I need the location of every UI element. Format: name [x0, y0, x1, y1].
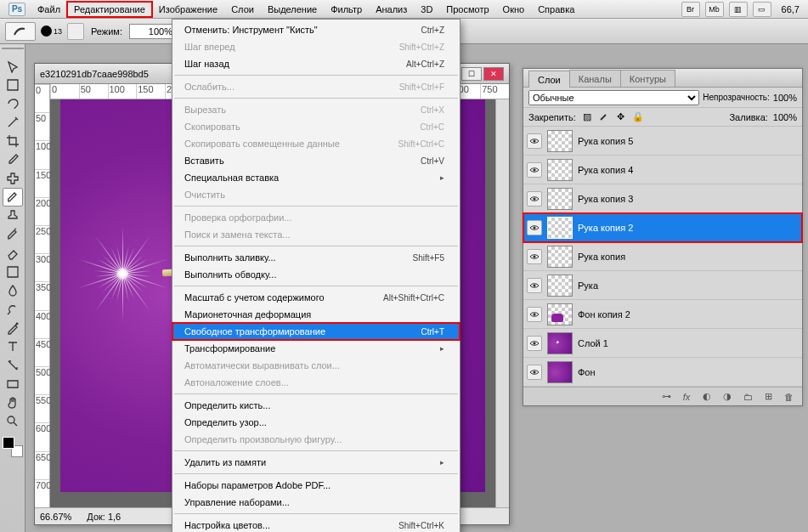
layer-thumbnail[interactable]	[547, 303, 573, 325]
layer-name[interactable]: Слой 1	[578, 338, 799, 348]
fill-value[interactable]: 100%	[773, 112, 797, 122]
menuitem-трансформирование[interactable]: Трансформирование	[172, 340, 460, 357]
fx-icon[interactable]: fx	[680, 391, 693, 403]
visibility-icon[interactable]	[527, 336, 542, 351]
foreground-swatch[interactable]	[3, 437, 14, 449]
menu-изображение[interactable]: Изображение	[152, 2, 224, 17]
lock-transparency-icon[interactable]: ▨	[581, 111, 593, 123]
layer-opacity-value[interactable]: 100%	[773, 93, 797, 103]
layer-name[interactable]: Рука копия 3	[578, 194, 799, 204]
layer-thumbnail[interactable]	[547, 332, 573, 354]
lock-position-icon[interactable]: ✥	[615, 111, 627, 123]
menu-справка[interactable]: Справка	[531, 2, 581, 17]
toolbox-handle[interactable]	[2, 48, 24, 54]
filmstrip-icon[interactable]: ▥	[729, 2, 748, 17]
menu-редактирование[interactable]: Редактирование	[67, 2, 152, 17]
layer-name[interactable]: Рука копия 5	[578, 136, 799, 146]
hand-tool[interactable]	[3, 393, 23, 412]
minibridge-icon[interactable]: Mb	[705, 2, 724, 17]
gradient-tool[interactable]	[3, 263, 23, 281]
menuitem-удалить-из-памяти[interactable]: Удалить из памяти	[172, 454, 460, 471]
marquee-tool[interactable]	[3, 76, 23, 94]
tool-preset-picker[interactable]	[5, 22, 36, 41]
panel-tab-слои[interactable]: Слои	[528, 71, 570, 88]
layer-row[interactable]: Слой 1	[523, 329, 802, 358]
menuitem-выполнить-обводку-[interactable]: Выполнить обводку...	[172, 266, 460, 283]
menu-слои[interactable]: Слои	[224, 2, 261, 17]
blur-tool[interactable]	[3, 281, 23, 300]
menu-выделение[interactable]: Выделение	[261, 2, 324, 17]
visibility-icon[interactable]	[527, 307, 542, 322]
layer-thumbnail[interactable]	[547, 217, 573, 239]
layer-thumbnail[interactable]	[547, 188, 573, 210]
panel-tab-контуры[interactable]: Контуры	[620, 70, 675, 87]
menuitem-вставить[interactable]: ВставитьCtrl+V	[172, 152, 460, 169]
menuitem-свободное-трансформирование[interactable]: Свободное трансформированиеCtrl+T	[172, 323, 460, 340]
menuitem-определить-узор-[interactable]: Определить узор...	[172, 414, 460, 431]
menuitem-управление-наборами-[interactable]: Управление наборами...	[172, 494, 460, 511]
brush-preview[interactable]: 13	[41, 25, 62, 37]
menu-3d[interactable]: 3D	[414, 2, 439, 17]
layer-row[interactable]: Рука копия 3	[523, 184, 802, 213]
rect-tool[interactable]	[3, 375, 23, 393]
history-tool[interactable]	[3, 225, 23, 244]
menu-окно[interactable]: Окно	[496, 2, 532, 17]
visibility-icon[interactable]	[527, 133, 542, 149]
trash-icon[interactable]: 🗑	[782, 391, 795, 403]
menuitem-выполнить-заливку-[interactable]: Выполнить заливку...Shift+F5	[172, 249, 460, 266]
menuitem-специальная-вставка[interactable]: Специальная вставка	[172, 169, 460, 186]
color-swatches[interactable]	[3, 437, 23, 457]
crop-tool[interactable]	[3, 132, 23, 150]
new-layer-icon[interactable]: ⊞	[761, 391, 775, 403]
stamp-tool[interactable]	[3, 207, 23, 225]
menuitem-шаг-назад[interactable]: Шаг назадAlt+Ctrl+Z	[172, 55, 460, 72]
brush-panel-icon[interactable]	[67, 23, 84, 40]
zoom-status[interactable]: 66.67%	[40, 512, 71, 522]
type-tool[interactable]	[3, 337, 23, 356]
menu-файл[interactable]: Файл	[31, 2, 67, 17]
pen-tool[interactable]	[3, 319, 23, 337]
visibility-icon[interactable]	[527, 220, 542, 235]
menuitem-наборы-параметров-adobe-pdf-[interactable]: Наборы параметров Adobe PDF...	[172, 477, 460, 494]
layer-row[interactable]: Рука	[523, 271, 802, 300]
bridge-icon[interactable]: Br	[681, 2, 700, 17]
visibility-icon[interactable]	[527, 191, 542, 207]
link-layers-icon[interactable]: ⊶	[659, 391, 673, 403]
menuitem-отменить-инструмент-кисть-[interactable]: Отменить: Инструмент "Кисть"Ctrl+Z	[172, 21, 460, 38]
group-icon[interactable]: 🗀	[741, 391, 754, 403]
lasso-tool[interactable]	[3, 94, 23, 113]
layer-name[interactable]: Рука копия 4	[578, 165, 799, 175]
layer-row[interactable]: Фон	[523, 358, 802, 387]
menu-анализ[interactable]: Анализ	[369, 2, 414, 17]
wand-tool[interactable]	[3, 113, 23, 132]
opacity-value[interactable]: 100%	[129, 24, 175, 39]
heal-tool[interactable]	[3, 169, 23, 188]
layer-name[interactable]: Рука копия 2	[578, 223, 799, 233]
layer-thumbnail[interactable]	[547, 130, 573, 152]
adjustment-icon[interactable]: ◑	[720, 391, 734, 403]
maximize-button[interactable]: ☐	[461, 67, 482, 81]
visibility-icon[interactable]	[527, 365, 542, 380]
menu-фильтр[interactable]: Фильтр	[324, 2, 369, 17]
layer-name[interactable]: Рука	[578, 280, 799, 291]
doc-info[interactable]: Док: 1,6	[87, 512, 121, 522]
panel-tab-каналы[interactable]: Каналы	[569, 70, 621, 87]
vertical-ruler[interactable]: 0501001502002503003504004505005506006507…	[35, 84, 50, 507]
layer-row[interactable]: Фон копия 2	[523, 300, 802, 329]
blend-mode-select[interactable]: Обычные	[528, 90, 699, 105]
mask-icon[interactable]: ◐	[700, 391, 714, 403]
layer-name[interactable]: Фон	[578, 367, 799, 377]
menu-просмотр[interactable]: Просмотр	[439, 2, 495, 17]
path-tool[interactable]	[3, 356, 23, 375]
visibility-icon[interactable]	[527, 249, 542, 264]
close-button[interactable]: ✕	[483, 67, 504, 81]
move-tool[interactable]	[3, 57, 23, 76]
eraser-tool[interactable]	[3, 244, 23, 263]
layer-row[interactable]: Рука копия	[523, 242, 802, 271]
menuitem-настройка-цветов-[interactable]: Настройка цветов...Shift+Ctrl+K	[172, 517, 460, 532]
layer-row[interactable]: Рука копия 2	[523, 213, 802, 242]
menuitem-определить-кисть-[interactable]: Определить кисть...	[172, 397, 460, 414]
lock-all-icon[interactable]: 🔒	[632, 111, 644, 123]
zoom-tool[interactable]	[3, 412, 23, 431]
layer-thumbnail[interactable]	[547, 159, 573, 181]
